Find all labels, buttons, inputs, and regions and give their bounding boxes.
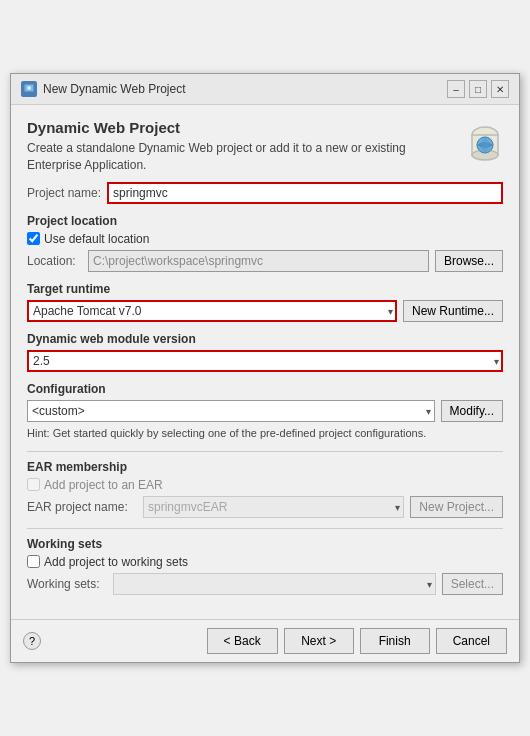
web-module-version-section: Dynamic web module version 2.5 3.0 3.1 ▾ — [27, 332, 503, 372]
separator-1 — [27, 451, 503, 452]
target-runtime-section: Target runtime Apache Tomcat v7.0 ▾ New … — [27, 282, 503, 322]
modify-button[interactable]: Modify... — [441, 400, 503, 422]
title-bar: New Dynamic Web Project – □ ✕ — [11, 74, 519, 105]
web-module-version-title: Dynamic web module version — [27, 332, 503, 346]
working-sets-label: Working sets: — [27, 577, 107, 591]
configuration-select[interactable]: <custom> — [27, 400, 435, 422]
svg-rect-1 — [26, 92, 32, 94]
back-button[interactable]: < Back — [207, 628, 278, 654]
separator-2 — [27, 528, 503, 529]
dialog-footer: ? < Back Next > Finish Cancel — [11, 619, 519, 662]
ear-project-name-label: EAR project name: — [27, 500, 137, 514]
title-bar-title: New Dynamic Web Project — [43, 82, 186, 96]
dialog: New Dynamic Web Project – □ ✕ Dynamic We… — [10, 73, 520, 663]
add-to-ear-row: Add project to an EAR — [27, 478, 503, 492]
page-header-text: Dynamic Web Project Create a standalone … — [27, 119, 455, 174]
ear-membership-title: EAR membership — [27, 460, 503, 474]
configuration-section: Configuration <custom> ▾ Modify... Hint:… — [27, 382, 503, 441]
project-location-title: Project location — [27, 214, 503, 228]
web-module-version-select-wrapper: 2.5 3.0 3.1 ▾ — [27, 350, 503, 372]
page-header: Dynamic Web Project Create a standalone … — [27, 119, 503, 174]
title-bar-controls: – □ ✕ — [447, 80, 509, 98]
footer-right: < Back Next > Finish Cancel — [207, 628, 507, 654]
dialog-content: Dynamic Web Project Create a standalone … — [11, 105, 519, 619]
target-runtime-title: Target runtime — [27, 282, 503, 296]
ear-membership-section: EAR membership Add project to an EAR EAR… — [27, 460, 503, 518]
working-sets-section: Working sets Add project to working sets… — [27, 537, 503, 595]
web-module-version-select[interactable]: 2.5 3.0 3.1 — [27, 350, 503, 372]
title-bar-left: New Dynamic Web Project — [21, 81, 186, 97]
new-runtime-button[interactable]: New Runtime... — [403, 300, 503, 322]
maximize-button[interactable]: □ — [469, 80, 487, 98]
add-to-ear-label[interactable]: Add project to an EAR — [44, 478, 163, 492]
configuration-select-wrapper: <custom> ▾ — [27, 400, 435, 422]
page-description: Create a standalone Dynamic Web project … — [27, 140, 455, 174]
working-sets-row: Working sets: ▾ Select... — [27, 573, 503, 595]
location-row: Location: Browse... — [27, 250, 503, 272]
configuration-title: Configuration — [27, 382, 503, 396]
add-to-ear-checkbox[interactable] — [27, 478, 40, 491]
target-runtime-row: Apache Tomcat v7.0 ▾ New Runtime... — [27, 300, 503, 322]
svg-point-2 — [27, 86, 31, 90]
add-to-working-sets-checkbox[interactable] — [27, 555, 40, 568]
new-project-button[interactable]: New Project... — [410, 496, 503, 518]
working-sets-select-wrapper: ▾ — [113, 573, 436, 595]
close-button[interactable]: ✕ — [491, 80, 509, 98]
wizard-icon — [455, 119, 503, 167]
working-sets-select[interactable] — [113, 573, 436, 595]
working-sets-title: Working sets — [27, 537, 503, 551]
project-location-section: Project location Use default location Lo… — [27, 214, 503, 272]
finish-button[interactable]: Finish — [360, 628, 430, 654]
project-name-section: Project name: — [27, 182, 503, 204]
add-to-working-sets-label[interactable]: Add project to working sets — [44, 555, 188, 569]
footer-left: ? — [23, 632, 41, 650]
next-button[interactable]: Next > — [284, 628, 354, 654]
help-button[interactable]: ? — [23, 632, 41, 650]
configuration-row: <custom> ▾ Modify... — [27, 400, 503, 422]
location-input[interactable] — [88, 250, 429, 272]
ear-project-name-select-wrapper: springmvcEAR ▾ — [143, 496, 404, 518]
target-runtime-select-wrapper: Apache Tomcat v7.0 ▾ — [27, 300, 397, 322]
ear-project-name-select[interactable]: springmvcEAR — [143, 496, 404, 518]
browse-button[interactable]: Browse... — [435, 250, 503, 272]
minimize-button[interactable]: – — [447, 80, 465, 98]
project-name-input[interactable] — [107, 182, 503, 204]
ear-project-name-row: EAR project name: springmvcEAR ▾ New Pro… — [27, 496, 503, 518]
configuration-hint: Hint: Get started quickly by selecting o… — [27, 426, 503, 441]
dialog-icon — [21, 81, 37, 97]
cancel-button[interactable]: Cancel — [436, 628, 507, 654]
add-to-working-sets-row: Add project to working sets — [27, 555, 503, 569]
use-default-location-row: Use default location — [27, 232, 503, 246]
use-default-label[interactable]: Use default location — [44, 232, 149, 246]
project-name-row: Project name: — [27, 182, 503, 204]
location-label: Location: — [27, 254, 82, 268]
project-name-label: Project name: — [27, 186, 101, 200]
target-runtime-select[interactable]: Apache Tomcat v7.0 — [27, 300, 397, 322]
page-title: Dynamic Web Project — [27, 119, 455, 136]
use-default-checkbox[interactable] — [27, 232, 40, 245]
select-working-sets-button[interactable]: Select... — [442, 573, 503, 595]
